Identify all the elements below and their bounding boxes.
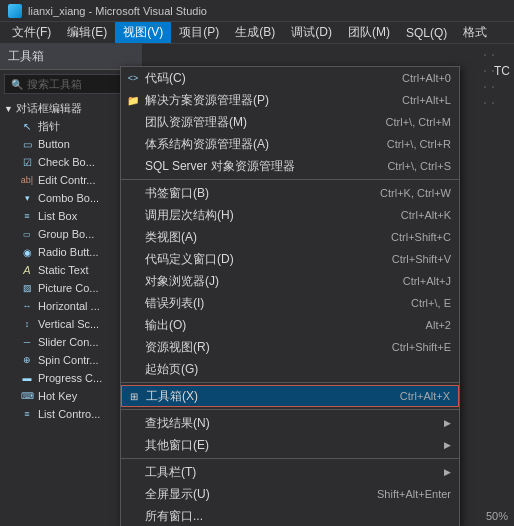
combobox-icon: ▾ <box>20 191 34 205</box>
menu-item-shortcut: Ctrl+\, Ctrl+S <box>351 160 451 172</box>
menu-item-label: 代码(C) <box>145 70 331 87</box>
groupbox-icon: ▭ <box>20 227 34 241</box>
menu-debug[interactable]: 调试(D) <box>283 22 340 43</box>
menu-item-label: 代码定义窗口(D) <box>145 251 331 268</box>
toolbox-item-label: Slider Con... <box>38 336 99 348</box>
menu-view-resourceview[interactable]: 资源视图(R) Ctrl+Shift+E <box>121 336 459 358</box>
search-icon: 🔍 <box>11 79 23 90</box>
menu-view-sql-explorer[interactable]: SQL Server 对象资源管理器 Ctrl+\, Ctrl+S <box>121 155 459 177</box>
title-bar-text: lianxi_xiang - Microsoft Visual Studio <box>28 5 207 17</box>
toolbox-item-label: Horizontal ... <box>38 300 100 312</box>
menu-view-toolbox[interactable]: ⊞ 工具箱(X) Ctrl+Alt+X <box>121 385 459 407</box>
toolbox-item-label: List Contro... <box>38 408 100 420</box>
menu-item-label: 书签窗口(B) <box>145 185 331 202</box>
menu-view-errorlist[interactable]: 错误列表(I) Ctrl+\, E <box>121 292 459 314</box>
menu-item-label: 调用层次结构(H) <box>145 207 331 224</box>
menu-view[interactable]: 视图(V) <box>115 22 171 43</box>
code-icon: <> <box>125 70 141 86</box>
spinctrl-icon: ⊕ <box>20 353 34 367</box>
zoom-label: 50% <box>486 510 508 522</box>
toolbox-item-label: Progress C... <box>38 372 102 384</box>
menu-sql[interactable]: SQL(Q) <box>398 22 455 43</box>
progressctrl-icon: ▬ <box>20 371 34 385</box>
section-label: 对话框编辑器 <box>16 101 82 116</box>
menu-view-objectbrowser[interactable]: 对象浏览器(J) Ctrl+Alt+J <box>121 270 459 292</box>
menu-view-toolbar[interactable]: 工具栏(T) <box>121 461 459 483</box>
menu-separator-3 <box>121 409 459 410</box>
toolbox-item-label: Spin Contr... <box>38 354 99 366</box>
menu-bar: 文件(F) 编辑(E) 视图(V) 项目(P) 生成(B) 调试(D) 团队(M… <box>0 22 514 44</box>
sliderctrl-icon: ─ <box>20 335 34 349</box>
menu-view-callhierarchy[interactable]: 调用层次结构(H) Ctrl+Alt+K <box>121 204 459 226</box>
toolbox-item-label: Vertical Sc... <box>38 318 99 330</box>
toolbox-item-label: Check Bo... <box>38 156 95 168</box>
toolbox-item-label: Static Text <box>38 264 89 276</box>
menu-view-otherwindows[interactable]: 其他窗口(E) <box>121 434 459 456</box>
pointer-icon: ↖ <box>20 119 34 133</box>
menu-item-shortcut: Ctrl+K, Ctrl+W <box>351 187 451 199</box>
menu-edit[interactable]: 编辑(E) <box>59 22 115 43</box>
button-icon: ▭ <box>20 137 34 151</box>
toolbox-item-label: Hot Key <box>38 390 77 402</box>
menu-view-server-explorer[interactable]: 体系结构资源管理器(A) Ctrl+\, Ctrl+R <box>121 133 459 155</box>
menu-view-codewindow[interactable]: 代码定义窗口(D) Ctrl+Shift+V <box>121 248 459 270</box>
hotkey-icon: ⌨ <box>20 389 34 403</box>
menu-item-shortcut: Ctrl+Alt+J <box>351 275 451 287</box>
menu-item-label: SQL Server 对象资源管理器 <box>145 158 331 175</box>
menu-view-fullscreen[interactable]: 全屏显示(U) Shift+Alt+Enter <box>121 483 459 505</box>
menu-item-label: 错误列表(I) <box>145 295 331 312</box>
menu-item-shortcut: Ctrl+Alt+X <box>350 390 450 402</box>
hscroll-icon: ↔ <box>20 299 34 313</box>
menu-item-label: 工具栏(T) <box>145 464 440 481</box>
menu-item-label: 团队资源管理器(M) <box>145 114 331 131</box>
menu-view-solution-explorer[interactable]: 📁 解决方案资源管理器(P) Ctrl+Alt+L <box>121 89 459 111</box>
menu-item-label: 资源视图(R) <box>145 339 331 356</box>
menu-item-shortcut: Ctrl+Alt+L <box>351 94 451 106</box>
menu-item-label: 解决方案资源管理器(P) <box>145 92 331 109</box>
menu-project[interactable]: 项目(P) <box>171 22 227 43</box>
toolbox-item-label: Group Bo... <box>38 228 94 240</box>
toolbox-item-label: Radio Butt... <box>38 246 99 258</box>
menu-item-shortcut: Ctrl+Alt+0 <box>351 72 451 84</box>
view-dropdown-menu[interactable]: <> 代码(C) Ctrl+Alt+0 📁 解决方案资源管理器(P) Ctrl+… <box>120 66 460 526</box>
toolbox-menu-icon: ⊞ <box>126 388 142 404</box>
search-placeholder: 搜索工具箱 <box>27 77 82 92</box>
main-area: 工具箱 🔍 搜索工具箱 ▼ 对话框编辑器 ↖ 指针 ▭ Button ☑ Che… <box>0 44 514 526</box>
statictext-icon: A <box>20 263 34 277</box>
editcontrol-icon: ab| <box>20 173 34 187</box>
menu-item-shortcut: Ctrl+\, E <box>351 297 451 309</box>
vscroll-icon: ↕ <box>20 317 34 331</box>
menu-view-output[interactable]: 输出(O) Alt+2 <box>121 314 459 336</box>
radiobutton-icon: ◉ <box>20 245 34 259</box>
menu-format[interactable]: 格式 <box>455 22 495 43</box>
toolbox-item-label: Edit Contr... <box>38 174 95 186</box>
app-icon <box>8 4 22 18</box>
menu-team[interactable]: 团队(M) <box>340 22 398 43</box>
menu-view-startpage[interactable]: 起始页(G) <box>121 358 459 380</box>
menu-view-code[interactable]: <> 代码(C) Ctrl+Alt+0 <box>121 67 459 89</box>
menu-view-classview[interactable]: 类视图(A) Ctrl+Shift+C <box>121 226 459 248</box>
menu-view-findresults[interactable]: 查找结果(N) <box>121 412 459 434</box>
solution-explorer-icon: 📁 <box>125 92 141 108</box>
menu-file[interactable]: 文件(F) <box>4 22 59 43</box>
menu-view-bookmarks[interactable]: 书签窗口(B) Ctrl+K, Ctrl+W <box>121 182 459 204</box>
toolbox-item-label: Button <box>38 138 70 150</box>
menu-separator-2 <box>121 382 459 383</box>
menu-item-label: 工具箱(X) <box>146 388 330 405</box>
menu-view-allwindows[interactable]: 所有窗口... <box>121 505 459 526</box>
toolbox-search-box[interactable]: 🔍 搜索工具箱 <box>4 74 137 94</box>
menu-item-shortcut: Ctrl+Shift+C <box>351 231 451 243</box>
title-bar: lianxi_xiang - Microsoft Visual Studio <box>0 0 514 22</box>
toolbox-item-label: Combo Bo... <box>38 192 99 204</box>
menu-item-shortcut: Ctrl+Shift+E <box>351 341 451 353</box>
menu-item-label: 查找结果(N) <box>145 415 440 432</box>
picturectrl-icon: ▨ <box>20 281 34 295</box>
menu-item-label: 对象浏览器(J) <box>145 273 331 290</box>
menu-item-label: 其他窗口(E) <box>145 437 440 454</box>
menu-view-team-explorer[interactable]: 团队资源管理器(M) Ctrl+\, Ctrl+M <box>121 111 459 133</box>
menu-separator-1 <box>121 179 459 180</box>
toolbox-item-label: List Box <box>38 210 77 222</box>
menu-build[interactable]: 生成(B) <box>227 22 283 43</box>
menu-item-shortcut: Alt+2 <box>351 319 451 331</box>
toolbox-item-label: 指针 <box>38 119 60 134</box>
